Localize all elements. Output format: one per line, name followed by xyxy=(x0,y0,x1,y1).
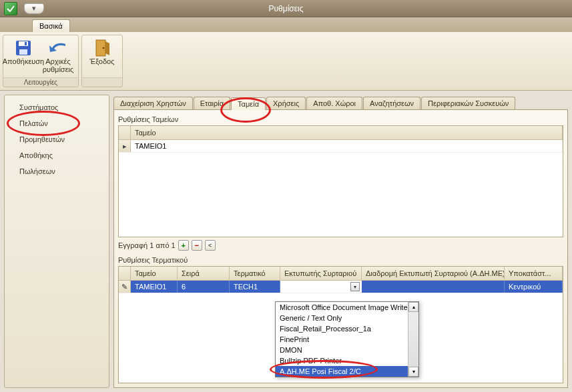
ribbon-tabstrip: Βασικά xyxy=(0,17,572,32)
scroll-down-icon[interactable]: ▾ xyxy=(408,367,418,377)
ribbon-group-exit: Έξοδος xyxy=(81,35,123,87)
col-seira[interactable]: Σειρά xyxy=(178,267,230,280)
row-indicator-header xyxy=(119,126,131,139)
table-row[interactable]: ✎ TAMEIO1 6 TECH1 ▾ Κεντρικού xyxy=(119,281,563,293)
cell-terminal[interactable]: TECH1 xyxy=(230,281,280,293)
qat-customize[interactable]: ▾ xyxy=(24,3,44,14)
app-icon[interactable] xyxy=(4,2,17,15)
dropdown-option[interactable]: Generic / Text Only xyxy=(276,313,418,323)
tab-company[interactable]: Εταιρία xyxy=(194,97,230,109)
title-bar: ▾ Ρυθμίσεις xyxy=(0,0,572,17)
dropdown-option[interactable]: Microsoft Office Document Image Writer xyxy=(276,302,418,313)
add-record-button[interactable]: + xyxy=(178,240,189,251)
sidebar-item-sales[interactable]: Πωλήσεων xyxy=(5,163,109,179)
svg-rect-2 xyxy=(19,49,27,55)
bottom-section-title: Ρυθμίσεις Τερματικού xyxy=(118,256,563,264)
window-title: Ρυθμίσεις xyxy=(268,4,303,13)
dropdown-option[interactable]: DMON xyxy=(276,345,418,355)
dropdown-option[interactable]: Bullzip PDF Printer xyxy=(276,355,418,366)
svg-marker-5 xyxy=(105,41,109,55)
tabs: Διαχείριση Χρηστών Εταιρία Ταμεία Χρήσει… xyxy=(113,95,568,109)
cell-store[interactable]: Κεντρικού xyxy=(505,281,563,293)
col-terminal[interactable]: Τερματικό xyxy=(230,267,280,280)
sidebar-item-warehouse[interactable]: Αποθήκης xyxy=(5,147,109,163)
defaults-button[interactable]: Αρχικέςρυθμίσεις xyxy=(41,37,75,76)
next-record-button[interactable]: < xyxy=(205,240,216,251)
exit-button[interactable]: Έξοδος xyxy=(85,37,119,76)
col-store[interactable]: Υποκατάστ... xyxy=(505,267,563,280)
row-indicator-header-2 xyxy=(119,267,131,280)
cell-drawer-path[interactable] xyxy=(362,281,505,293)
edit-indicator-icon: ✎ xyxy=(119,281,131,293)
row-indicator-icon: ▸ xyxy=(119,140,131,152)
svg-rect-3 xyxy=(25,42,27,45)
defaults-label: Αρχικέςρυθμίσεις xyxy=(43,57,74,73)
floppy-icon xyxy=(13,39,34,57)
save-label: Αποθήκευση xyxy=(3,57,44,65)
col-tameio-2[interactable]: Ταμείο xyxy=(131,267,178,280)
tab-users[interactable]: Διαχείριση Χρηστών xyxy=(113,97,193,109)
cell-tameio[interactable]: TAMEIO1 xyxy=(131,140,563,152)
tab-searches[interactable]: Αναζητήσεων xyxy=(363,97,420,109)
col-drawer-printer[interactable]: Εκτυπωτής Συρταριού xyxy=(280,267,362,280)
cell-drawer-printer[interactable]: ▾ xyxy=(280,281,362,293)
door-exit-icon xyxy=(91,39,113,57)
cell-tameio[interactable]: TAMEIO1 xyxy=(131,281,178,293)
ribbon: Αποθήκευση Αρχικέςρυθμίσεις Λειτουργίες … xyxy=(0,32,572,91)
cell-seira[interactable]: 6 xyxy=(178,281,230,293)
tab-uses[interactable]: Χρήσεις xyxy=(266,97,306,109)
drawer-printer-dropdown[interactable]: Microsoft Office Document Image Writer G… xyxy=(275,301,419,377)
ribbon-group-functions: Αποθήκευση Αρχικέςρυθμίσεις Λειτουργίες xyxy=(3,35,79,87)
col-tameio[interactable]: Ταμείο xyxy=(131,126,563,139)
navigator-text: Εγγραφή 1 από 1 xyxy=(118,241,176,249)
delete-record-button[interactable]: − xyxy=(192,240,202,251)
record-navigator: Εγγραφή 1 από 1 + − < xyxy=(118,240,563,251)
dropdown-option[interactable]: FinePrint xyxy=(276,334,418,345)
svg-point-6 xyxy=(103,47,105,49)
sidebar-item-system[interactable]: Συστήματος xyxy=(5,99,109,115)
exit-label: Έξοδος xyxy=(90,57,115,65)
undo-arrow-icon xyxy=(47,39,69,57)
chevron-down-icon[interactable]: ▾ xyxy=(350,282,360,291)
ribbon-group-caption: Λειτουργίες xyxy=(3,77,78,87)
col-drawer-path[interactable]: Διαδρομή Εκτυπωτή Συρταριού (Α.ΔΗ.ΜΕ) xyxy=(362,267,505,280)
dropdown-option-selected[interactable]: Α.ΔΗ.ΜΕ Posi Fiscal 2/C xyxy=(276,366,418,377)
dropdown-scrollbar[interactable]: ▴ ▾ xyxy=(408,302,418,377)
top-section-title: Ρυθμίσεις Ταμείων xyxy=(118,115,563,123)
sidebar-item-customers[interactable]: Πελατών xyxy=(5,115,109,131)
ribbon-tab-basic[interactable]: Βασικά xyxy=(32,19,70,32)
dropdown-option[interactable]: Fiscal_Retail_Processor_1a xyxy=(276,323,418,334)
scroll-up-icon[interactable]: ▴ xyxy=(408,302,418,312)
tab-cashpoints[interactable]: Ταμεία xyxy=(231,97,266,110)
sidebar-item-suppliers[interactable]: Προμηθευτών xyxy=(5,131,109,147)
sidebar: Συστήματος Πελατών Προμηθευτών Αποθήκης … xyxy=(4,95,109,388)
tab-peripherals[interactable]: Περιφεριακών Συσκευών xyxy=(421,97,515,109)
cashpoints-grid[interactable]: Ταμείο ▸ TAMEIO1 xyxy=(118,125,563,237)
tab-storage[interactable]: Αποθ. Χώροι xyxy=(306,97,362,109)
save-button[interactable]: Αποθήκευση xyxy=(6,37,41,76)
table-row[interactable]: ▸ TAMEIO1 xyxy=(119,140,563,153)
